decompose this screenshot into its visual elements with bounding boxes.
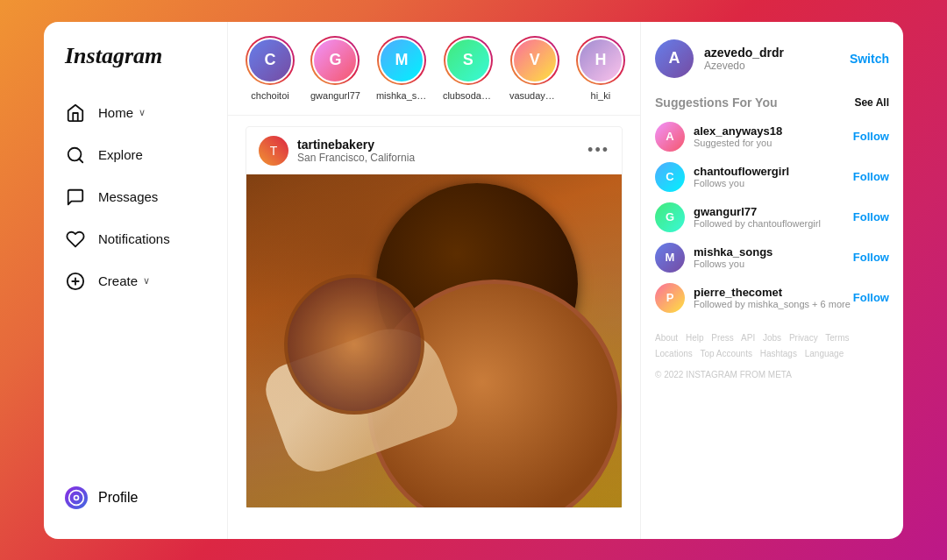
story-item[interactable]: V vasudaydr...: [509, 36, 560, 101]
story-ring: H: [576, 36, 625, 85]
story-avatar: H: [578, 38, 623, 83]
footer-links-row1: About Help Press API Jobs Privacy Terms: [655, 330, 889, 346]
story-item[interactable]: M mishka_so...: [376, 36, 427, 101]
suggestion-user-3[interactable]: M mishka_songs Follows you: [655, 243, 773, 273]
story-item[interactable]: G gwangurl77: [310, 36, 360, 101]
story-item[interactable]: C chchoitoi: [246, 36, 295, 101]
story-username: chchoitoi: [251, 90, 288, 101]
story-ring: V: [510, 36, 559, 85]
footer-links-row2: Locations Top Accounts Hashtags Language: [655, 346, 889, 362]
profile-avatar: [65, 486, 88, 509]
follow-button-1[interactable]: Follow: [853, 170, 889, 183]
suggestion-user-4[interactable]: P pierre_thecomet Followed by mishka_son…: [655, 283, 851, 313]
app-logo: Instagram: [58, 43, 213, 69]
sidebar-item-messages[interactable]: Messages: [58, 178, 213, 216]
right-panel: A azevedo_drdr Azevedo Switch Suggestion…: [640, 22, 903, 539]
suggestion-info-3: mishka_songs Follows you: [694, 245, 773, 269]
account-subtext: Azevedo: [704, 60, 784, 72]
footer-link-language[interactable]: Language: [805, 349, 844, 358]
suggestion-info-2: gwangurl77 Followed by chantouflowergirl: [694, 205, 821, 229]
copyright: © 2022 INSTAGRAM FROM META: [655, 367, 889, 383]
switch-button[interactable]: Switch: [850, 52, 889, 66]
svg-point-5: [69, 490, 84, 505]
post-avatar: T: [259, 136, 288, 166]
story-username: mishka_so...: [376, 90, 427, 101]
footer-link-jobs[interactable]: Jobs: [763, 333, 781, 343]
chevron-create-icon: ∨: [143, 275, 150, 287]
post-user-info[interactable]: T tartinebakery San Francisco, Californi…: [259, 136, 415, 166]
suggestion-name-4: pierre_thecomet: [694, 286, 851, 299]
story-ring: C: [246, 36, 295, 85]
pie-scene: [246, 174, 622, 507]
suggestion-item-3: M mishka_songs Follows you Follow: [655, 243, 889, 273]
main-feed: C chchoitoi G gwangurl77 M: [228, 22, 640, 539]
see-all-button[interactable]: See All: [854, 96, 889, 109]
sidebar-item-profile[interactable]: Profile: [58, 478, 213, 518]
account-text: azevedo_drdr Azevedo: [704, 46, 784, 72]
post-more-button[interactable]: •••: [587, 141, 609, 159]
suggestion-item-0: A alex_anyways18 Suggested for you Follo…: [655, 122, 889, 152]
suggestion-name-1: chantouflowergirl: [694, 165, 789, 178]
account-section: A azevedo_drdr Azevedo Switch: [655, 39, 889, 78]
sidebar-item-notifications[interactable]: Notifications: [58, 220, 213, 259]
post-header: T tartinebakery San Francisco, Californi…: [246, 127, 622, 174]
sidebar-label-explore: Explore: [98, 147, 143, 162]
account-username: azevedo_drdr: [704, 46, 784, 60]
svg-line-1: [79, 159, 82, 162]
sidebar-item-create[interactable]: Create ∨: [58, 262, 213, 301]
footer-link-press[interactable]: Press: [711, 333, 734, 343]
post-user-text: tartinebakery San Francisco, California: [297, 138, 415, 164]
sidebar-label-home: Home ∨: [98, 105, 146, 120]
home-icon: [65, 103, 86, 124]
suggestion-user-1[interactable]: C chantouflowergirl Follows you: [655, 162, 789, 192]
suggestion-avatar-0: A: [655, 122, 685, 152]
suggestion-name-0: alex_anyways18: [694, 124, 782, 138]
suggestion-avatar-1: C: [655, 162, 685, 192]
footer-link-about[interactable]: About: [655, 333, 678, 343]
suggestion-user-0[interactable]: A alex_anyways18 Suggested for you: [655, 122, 782, 152]
account-avatar: A: [655, 39, 694, 78]
footer-link-help[interactable]: Help: [686, 333, 704, 343]
footer-link-api[interactable]: API: [741, 333, 755, 343]
suggestion-user-2[interactable]: G gwangurl77 Followed by chantouflowergi…: [655, 202, 821, 232]
story-avatar: V: [512, 38, 558, 83]
suggestion-reason-0: Suggested for you: [694, 138, 782, 148]
follow-button-2[interactable]: Follow: [853, 210, 889, 223]
footer-link-top-accounts[interactable]: Top Accounts: [700, 349, 751, 358]
suggestion-name-2: gwangurl77: [694, 205, 821, 218]
suggestion-avatar-2: G: [655, 202, 685, 232]
footer-links: About Help Press API Jobs Privacy Terms …: [655, 330, 889, 383]
story-avatar: S: [445, 38, 491, 83]
suggestion-info-4: pierre_thecomet Followed by mishka_songs…: [694, 286, 851, 309]
follow-button-4[interactable]: Follow: [853, 291, 889, 304]
suggestion-info-0: alex_anyways18 Suggested for you: [694, 124, 782, 148]
story-item[interactable]: H hi_ki: [576, 36, 625, 101]
footer-link-terms[interactable]: Terms: [825, 333, 849, 343]
account-info[interactable]: A azevedo_drdr Azevedo: [655, 39, 784, 78]
footer-link-privacy[interactable]: Privacy: [789, 333, 818, 343]
suggestion-reason-2: Followed by chantouflowergirl: [694, 218, 821, 229]
suggestion-reason-4: Followed by mishka_songs + 6 more: [694, 299, 851, 309]
story-username: vasudaydr...: [509, 90, 560, 101]
sidebar-label-notifications: Notifications: [98, 231, 170, 246]
story-ring: M: [377, 36, 426, 85]
footer-link-locations[interactable]: Locations: [655, 349, 693, 358]
sidebar-nav: Home ∨ Explore Me: [58, 94, 213, 304]
story-avatar: G: [312, 38, 358, 83]
post-feed-area: T tartinebakery San Francisco, Californi…: [228, 116, 640, 539]
heart-icon: [65, 229, 86, 250]
suggestion-info-1: chantouflowergirl Follows you: [694, 165, 789, 188]
suggestion-item-1: C chantouflowergirl Follows you Follow: [655, 162, 889, 192]
story-username: gwangurl77: [310, 90, 360, 101]
story-item[interactable]: S clubsodab...: [443, 36, 494, 101]
footer-link-hashtags[interactable]: Hashtags: [760, 349, 797, 358]
profile-label: Profile: [98, 490, 138, 506]
suggestion-reason-3: Follows you: [694, 259, 773, 269]
story-ring: S: [444, 36, 493, 85]
story-ring: G: [310, 36, 360, 85]
follow-button-0[interactable]: Follow: [853, 130, 889, 143]
follow-button-3[interactable]: Follow: [853, 251, 889, 264]
sidebar-item-home[interactable]: Home ∨: [58, 94, 213, 132]
app-container: Instagram Home ∨: [44, 22, 903, 539]
sidebar-item-explore[interactable]: Explore: [58, 136, 213, 174]
